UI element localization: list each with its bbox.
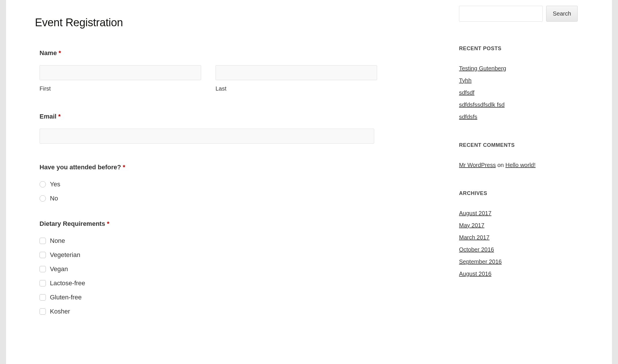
attended-options: Yes No: [40, 179, 427, 203]
archive-link[interactable]: September 2016: [459, 258, 502, 265]
dietary-check-lactose-free[interactable]: [40, 280, 46, 286]
attended-option[interactable]: No: [40, 194, 427, 203]
recent-comment-entry: Mr WordPress on Hello world!: [459, 161, 580, 169]
dietary-option-label: None: [50, 236, 65, 245]
recent-post-link[interactable]: sdfsdf: [459, 89, 474, 96]
dietary-option[interactable]: Lactose-free: [40, 278, 427, 288]
recent-post-link[interactable]: Testing Gutenberg: [459, 65, 506, 72]
name-label-text: Name: [40, 49, 59, 57]
comment-post-link[interactable]: Hello world!: [505, 162, 535, 168]
list-item: Tyhh: [459, 76, 580, 85]
dietary-option[interactable]: Gluten-free: [40, 292, 427, 302]
list-item: May 2017: [459, 221, 580, 230]
attended-option-label: No: [50, 194, 58, 203]
list-item: March 2017: [459, 233, 580, 242]
comment-connector: on: [496, 162, 505, 168]
list-item: September 2016: [459, 257, 580, 266]
name-label: Name *: [40, 48, 427, 58]
list-item: Testing Gutenberg: [459, 64, 580, 73]
page-title: Event Registration: [35, 14, 427, 31]
list-item: sdfdsfssdfsdlk fsd: [459, 100, 580, 109]
archives-list: August 2017 May 2017 March 2017 October …: [459, 209, 580, 278]
list-item: sdfsdf: [459, 88, 580, 97]
dietary-option[interactable]: Kosher: [40, 307, 427, 316]
search-row: Search: [459, 6, 580, 22]
main-column: Event Registration Name * First Last Ema…: [35, 3, 427, 358]
field-dietary: Dietary Requirements * None Vegeterian V…: [35, 219, 427, 316]
page-wrap: Event Registration Name * First Last Ema…: [6, 0, 612, 364]
dietary-check-vegan[interactable]: [40, 266, 46, 272]
dietary-check-kosher[interactable]: [40, 308, 46, 315]
dietary-option[interactable]: None: [40, 236, 427, 245]
required-marker: *: [59, 49, 61, 57]
recent-post-link[interactable]: Tyhh: [459, 77, 471, 84]
first-name-sublabel: First: [40, 84, 201, 93]
name-row: First Last: [40, 65, 427, 93]
recent-posts-title: RECENT POSTS: [459, 45, 580, 52]
attended-option[interactable]: Yes: [40, 179, 427, 189]
archive-link[interactable]: March 2017: [459, 234, 490, 241]
attended-label: Have you attended before? *: [40, 162, 427, 172]
archives-title: ARCHIVES: [459, 189, 580, 197]
required-marker: *: [123, 164, 126, 171]
required-marker: *: [107, 220, 110, 227]
archive-link[interactable]: August 2016: [459, 271, 491, 277]
sidebar: Search RECENT POSTS Testing Gutenberg Ty…: [459, 3, 580, 358]
comment-author-link[interactable]: Mr WordPress: [459, 162, 496, 168]
field-email: Email *: [35, 112, 427, 144]
search-button[interactable]: Search: [546, 6, 578, 22]
search-input[interactable]: [459, 6, 543, 22]
recent-posts-list: Testing Gutenberg Tyhh sdfsdf sdfdsfssdf…: [459, 64, 580, 121]
dietary-option-label: Kosher: [50, 307, 70, 316]
dietary-option[interactable]: Vegan: [40, 264, 427, 274]
dietary-option[interactable]: Vegeterian: [40, 250, 427, 260]
list-item: August 2016: [459, 269, 580, 278]
dietary-option-label: Vegeterian: [50, 250, 80, 260]
field-name: Name * First Last: [35, 48, 427, 93]
recent-comments-title: RECENT COMMENTS: [459, 141, 580, 149]
name-first-wrap: First: [40, 65, 201, 93]
last-name-sublabel: Last: [216, 84, 377, 93]
email-label-text: Email: [40, 113, 58, 120]
first-name-input[interactable]: [40, 65, 201, 80]
list-item: sdfdsfs: [459, 112, 580, 121]
attended-radio-no[interactable]: [40, 195, 46, 202]
dietary-options: None Vegeterian Vegan Lactose-free Glute…: [40, 236, 427, 316]
dietary-check-gluten-free[interactable]: [40, 294, 46, 301]
dietary-label-text: Dietary Requirements: [40, 220, 107, 227]
archive-link[interactable]: May 2017: [459, 222, 484, 228]
attended-radio-yes[interactable]: [40, 181, 46, 187]
recent-post-link[interactable]: sdfdsfssdfsdlk fsd: [459, 102, 505, 108]
name-last-wrap: Last: [216, 65, 377, 93]
attended-label-text: Have you attended before?: [40, 164, 123, 171]
list-item: August 2017: [459, 209, 580, 217]
email-input[interactable]: [40, 129, 374, 144]
dietary-option-label: Vegan: [50, 264, 68, 274]
archive-link[interactable]: October 2016: [459, 246, 494, 253]
dietary-option-label: Lactose-free: [50, 278, 85, 288]
dietary-label: Dietary Requirements *: [40, 219, 427, 228]
recent-post-link[interactable]: sdfdsfs: [459, 114, 477, 120]
field-attended: Have you attended before? * Yes No: [35, 162, 427, 203]
dietary-check-none[interactable]: [40, 238, 46, 244]
list-item: October 2016: [459, 245, 580, 254]
archive-link[interactable]: August 2017: [459, 210, 491, 216]
dietary-option-label: Gluten-free: [50, 292, 82, 302]
last-name-input[interactable]: [216, 65, 377, 80]
dietary-check-vegeterian[interactable]: [40, 252, 46, 258]
attended-option-label: Yes: [50, 179, 60, 189]
required-marker: *: [58, 113, 61, 120]
email-label: Email *: [40, 112, 427, 121]
